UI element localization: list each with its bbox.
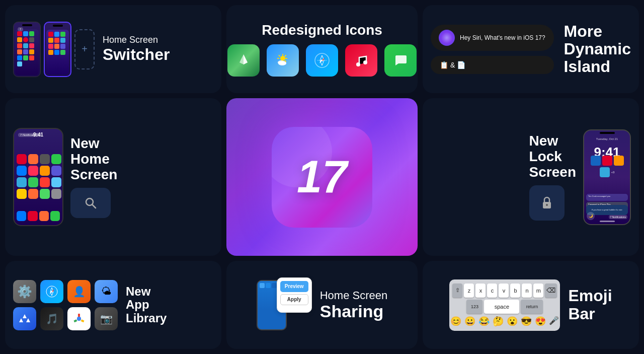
switcher-phones: 7 + bbox=[13, 22, 95, 77]
shift-key[interactable]: ⇧ bbox=[452, 284, 462, 298]
homescreen-phone-mockup: 7 Notifications bbox=[13, 128, 63, 226]
key-x[interactable]: x bbox=[475, 284, 486, 298]
homescreen-dock bbox=[17, 211, 60, 221]
ls-notif-item: Tim Cook messaged you bbox=[586, 194, 628, 201]
ls-moon-icon: 🌙 bbox=[587, 212, 595, 220]
hs-icon bbox=[28, 154, 38, 164]
key-m[interactable]: m bbox=[533, 284, 543, 298]
widget bbox=[614, 156, 624, 166]
di-title-line2: Dynamic bbox=[564, 40, 631, 58]
app-icon bbox=[48, 32, 53, 37]
key-v[interactable]: v bbox=[499, 284, 509, 298]
emoji-4: 😮 bbox=[507, 316, 518, 327]
app-icon bbox=[48, 44, 53, 49]
app-icon bbox=[23, 43, 28, 48]
app-icon bbox=[60, 38, 65, 43]
key-c[interactable]: c bbox=[487, 284, 497, 298]
homescreen-title-3: Screen bbox=[70, 167, 117, 183]
media-widget bbox=[23, 37, 28, 42]
ios17-logo: 17 bbox=[272, 127, 372, 228]
siri-bubble bbox=[439, 30, 455, 46]
app-icon bbox=[60, 44, 65, 49]
spotlight-search-box[interactable] bbox=[70, 188, 111, 218]
app-icon bbox=[54, 32, 59, 37]
di-title-line3: Island bbox=[564, 58, 631, 76]
svg-point-15 bbox=[546, 204, 548, 206]
widget bbox=[591, 156, 601, 166]
mic-icon: 🎤 bbox=[549, 316, 559, 327]
hs-icon bbox=[17, 177, 27, 187]
app-icon bbox=[17, 61, 22, 66]
emoji-title-2: Bar bbox=[568, 305, 612, 323]
lockscreen-title-3: Screen bbox=[529, 165, 576, 180]
weather-icon bbox=[267, 44, 299, 77]
switcher-title: Home Screen Switcher bbox=[103, 35, 170, 64]
homescreen-title-block: New Home Screen bbox=[70, 136, 117, 218]
applibrary-title-block: New App Library bbox=[126, 285, 167, 325]
applibrary-title-3: Library bbox=[126, 312, 167, 325]
sharing-title-block: Home Screen Sharing bbox=[320, 289, 388, 321]
app-icon bbox=[54, 50, 59, 55]
card-redesigned-icons: Redesigned Icons bbox=[226, 5, 418, 93]
preview-button[interactable]: Preview bbox=[280, 281, 308, 292]
space-key[interactable]: space bbox=[484, 300, 519, 314]
lockscreen-title-block: New Lock Screen bbox=[529, 133, 576, 220]
delete-key[interactable]: ⌫ bbox=[545, 284, 557, 298]
keyboard-row-1: ⇧ z x c v b n m ⌫ bbox=[452, 284, 557, 298]
apply-button[interactable]: Apply bbox=[280, 294, 308, 305]
app-icon bbox=[17, 43, 22, 48]
key-n[interactable]: n bbox=[522, 284, 532, 298]
emoji-5: 😎 bbox=[521, 316, 532, 327]
app-icon bbox=[60, 32, 65, 37]
emoji-title-block: Emoji Bar bbox=[568, 287, 612, 322]
music-icon bbox=[345, 44, 377, 77]
key-b[interactable]: b bbox=[510, 284, 520, 298]
lockscreen-date: Tuesday, Oct 21 bbox=[596, 137, 618, 140]
switcher-phone-1: 7 bbox=[13, 22, 41, 77]
dock-icon bbox=[17, 211, 26, 221]
svg-point-23 bbox=[77, 317, 81, 321]
card-dynamic-island: Hey Siri, What's new in iOS 17? 📋 & 📄 Mo… bbox=[423, 5, 639, 93]
app-icon bbox=[54, 38, 59, 43]
emoji-2: 😂 bbox=[478, 316, 490, 327]
ls-notif-badge: 7 Notifications bbox=[609, 211, 627, 220]
return-key[interactable]: return bbox=[521, 300, 543, 314]
svg-point-3 bbox=[278, 61, 286, 65]
homescreen-app-grid bbox=[17, 154, 60, 199]
hs-icon bbox=[51, 177, 61, 187]
switcher-title-line2: Switcher bbox=[103, 45, 170, 64]
lockscreen-phone-mockup: Tuesday, Oct 21 9:41 +3 Tim Cook message… bbox=[583, 129, 631, 225]
weather-icon-al: 🌤 bbox=[95, 280, 118, 303]
emoji-bar: 😊 😀 😂 🤔 😮 😎 😍 🎤 bbox=[452, 316, 557, 327]
siri-text: Hey Siri, What's new in iOS 17? bbox=[460, 34, 545, 41]
phone-notch bbox=[600, 132, 615, 134]
app-icon bbox=[23, 49, 28, 54]
si bbox=[266, 283, 271, 288]
app-icon bbox=[17, 37, 22, 42]
add-homescreen-button[interactable]: + bbox=[74, 29, 95, 69]
icons-row bbox=[227, 44, 417, 77]
dock-icon bbox=[28, 211, 37, 221]
key-z[interactable]: z bbox=[464, 284, 474, 298]
hs-icon bbox=[40, 177, 50, 187]
sharing-title-2: Sharing bbox=[320, 302, 388, 321]
widget bbox=[600, 167, 610, 177]
applibrary-title-1: New bbox=[126, 285, 167, 298]
notif-count: 7 bbox=[18, 27, 23, 31]
hs-icon bbox=[17, 166, 27, 176]
emoji-6: 😍 bbox=[535, 316, 546, 327]
numbers-key[interactable]: 123 bbox=[466, 300, 482, 314]
switcher-title-line1: Home Screen bbox=[103, 35, 170, 45]
app-icon bbox=[17, 31, 22, 36]
homescreen-notif-count: 7 Notifications bbox=[18, 133, 41, 137]
card-switcher: 7 + Home Screen Switcher bbox=[5, 5, 221, 93]
si bbox=[260, 283, 265, 288]
app-icon bbox=[17, 55, 22, 60]
app-icon bbox=[29, 49, 34, 54]
emoji-keyboard: ⇧ z x c v b n m ⌫ 123 space return 😊 😀 😂… bbox=[449, 279, 560, 331]
app-icon bbox=[48, 50, 53, 55]
siri-pill: Hey Siri, What's new in iOS 17? bbox=[431, 25, 554, 51]
sharing-title-1: Home Screen bbox=[320, 289, 388, 302]
homescreen-title-1: New bbox=[70, 136, 117, 152]
svg-point-11 bbox=[363, 60, 367, 64]
